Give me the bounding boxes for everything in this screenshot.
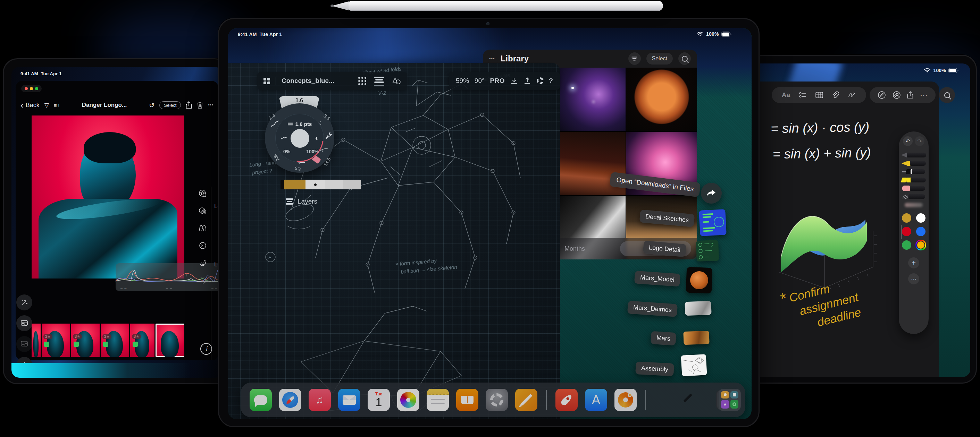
share-drop-button[interactable] <box>701 183 722 204</box>
color-seg-light2[interactable] <box>325 180 343 189</box>
fineliner-tool[interactable] <box>902 169 925 174</box>
undo-icon[interactable]: ↺ <box>149 101 154 109</box>
color-seg-gold[interactable] <box>284 180 305 189</box>
adjustments-paste-button[interactable] <box>16 336 32 352</box>
more-button[interactable]: ••• <box>208 103 213 108</box>
share-icon[interactable] <box>186 101 192 109</box>
precision-grid-icon[interactable] <box>358 77 366 85</box>
layers-button[interactable]: Layers <box>286 197 317 206</box>
zoom-level[interactable]: 59% <box>456 77 469 85</box>
document-title[interactable]: Concepts_blue... <box>282 77 334 85</box>
library-search-button[interactable] <box>678 52 691 65</box>
color-swatch-red[interactable] <box>902 227 911 236</box>
app-mail[interactable] <box>338 389 360 411</box>
close-window-dot[interactable] <box>25 87 28 90</box>
text-format-button[interactable]: Aa <box>782 91 790 99</box>
recent-apps-stack[interactable]: ★ <box>719 389 741 411</box>
color-strip[interactable] <box>280 180 361 189</box>
sort-icon[interactable]: ≡↓ <box>54 102 60 108</box>
app-photos[interactable] <box>397 389 419 411</box>
library-more-button[interactable]: ••• <box>489 56 495 62</box>
markup-scribble-icon[interactable] <box>848 91 856 99</box>
apple-pencil-tool[interactable] <box>901 152 926 158</box>
wheel-size-8-9[interactable]: 8.9 <box>294 165 301 172</box>
back-button[interactable]: ‹Back <box>21 101 40 109</box>
color-swatch-white[interactable] <box>916 213 926 223</box>
app-messages[interactable] <box>250 389 272 411</box>
app-pen-sketch[interactable] <box>515 389 538 411</box>
keyboard-dismiss-chevron[interactable] <box>683 393 692 402</box>
attachment-paperclip-icon[interactable] <box>832 91 839 99</box>
trash-icon[interactable] <box>197 101 203 109</box>
presets-icon[interactable] <box>198 189 207 198</box>
film-thumb[interactable]: 3★ <box>42 324 70 357</box>
color-swatch-yellow-selected[interactable] <box>915 240 926 250</box>
palette-more-button[interactable]: ⋯ <box>908 273 919 284</box>
app-concepts[interactable] <box>614 389 637 411</box>
wheel-center-disc[interactable]: 1.6 pts ◐ 0% 100% <box>275 114 324 162</box>
film-thumb-selected[interactable] <box>156 324 185 357</box>
color-swatch-blue[interactable] <box>916 227 926 236</box>
app-settings[interactable] <box>486 389 508 411</box>
color-seg-light1[interactable] <box>305 180 325 189</box>
photo-cell-nebula[interactable] <box>554 68 625 131</box>
edited-photo[interactable] <box>32 116 185 279</box>
checklist-icon[interactable] <box>799 92 807 98</box>
zoom-window-dot[interactable] <box>35 87 38 90</box>
import-icon[interactable] <box>510 77 518 85</box>
gallery-grid-icon[interactable] <box>264 78 270 84</box>
auto-enhance-button[interactable] <box>16 294 32 310</box>
filter-funnel-icon[interactable]: ▽ <box>45 101 49 109</box>
app-notes[interactable] <box>426 389 449 411</box>
blurred-tool[interactable] <box>905 202 923 208</box>
eraser-tool[interactable] <box>902 185 925 191</box>
tool-wheel[interactable]: 1.3 3.5 14.5 8.9 Aa 1.6 pts <box>265 103 334 173</box>
color-swatch-gold[interactable] <box>902 213 911 223</box>
segment-months[interactable]: Months <box>565 245 585 252</box>
undo-button[interactable]: ↶ <box>903 136 913 146</box>
select-arrow-icon[interactable] <box>325 131 334 140</box>
pro-badge[interactable]: PRO <box>490 77 505 85</box>
library-select-button[interactable]: Select <box>646 53 673 65</box>
filmstrip[interactable]: 3★ 3★ 3★ 3★ <box>32 324 185 357</box>
crop-portrait-icon[interactable] <box>198 224 207 233</box>
share-icon[interactable] <box>907 91 913 99</box>
app-safari[interactable] <box>279 389 301 411</box>
photo-cell-mars-planet[interactable] <box>626 68 697 131</box>
film-thumb[interactable]: 3★ <box>71 324 100 357</box>
collaborate-icon[interactable] <box>892 91 901 99</box>
color-seg-black[interactable] <box>280 180 284 189</box>
color-seg-light3[interactable] <box>343 180 361 189</box>
color-swatch-green[interactable] <box>902 240 911 250</box>
redo-button[interactable]: ↷ <box>915 136 924 146</box>
film-thumb[interactable] <box>32 324 41 357</box>
film-thumb[interactable]: 3★ <box>130 324 154 357</box>
adjustments-copy-button[interactable] <box>16 315 32 331</box>
radial-tool-icon[interactable] <box>198 241 207 250</box>
retouch-face-icon[interactable] <box>198 258 207 268</box>
text-tool-label[interactable]: Aa <box>272 153 282 163</box>
export-icon[interactable] <box>523 77 531 85</box>
masking-icon[interactable] <box>198 206 207 215</box>
palette-drag-handle[interactable] <box>901 225 902 239</box>
app-books[interactable] <box>456 389 478 411</box>
yellow-pen-tool[interactable] <box>902 161 926 166</box>
settings-gear-icon[interactable] <box>537 78 544 84</box>
pencil-mode-icon[interactable] <box>878 91 886 99</box>
window-controls[interactable] <box>21 85 42 92</box>
shapes-icon[interactable] <box>392 77 401 85</box>
info-button[interactable]: i <box>200 343 212 355</box>
add-tool-button[interactable]: + <box>908 257 919 268</box>
select-button[interactable]: Select <box>159 101 181 109</box>
help-button[interactable]: ? <box>549 77 553 85</box>
app-rocket[interactable] <box>555 389 578 411</box>
film-thumb[interactable]: 3★ <box>101 324 129 357</box>
app-calendar[interactable]: Tue 1 <box>368 389 390 411</box>
pencil-hatch-tool[interactable] <box>902 194 925 200</box>
heal-dotted-icon[interactable] <box>198 276 207 285</box>
search-button[interactable] <box>939 87 955 103</box>
rotation-value[interactable]: 90° <box>474 77 485 85</box>
minimize-window-dot[interactable] <box>30 87 33 90</box>
table-icon[interactable] <box>815 92 823 98</box>
app-music[interactable]: ♫ <box>309 389 331 411</box>
